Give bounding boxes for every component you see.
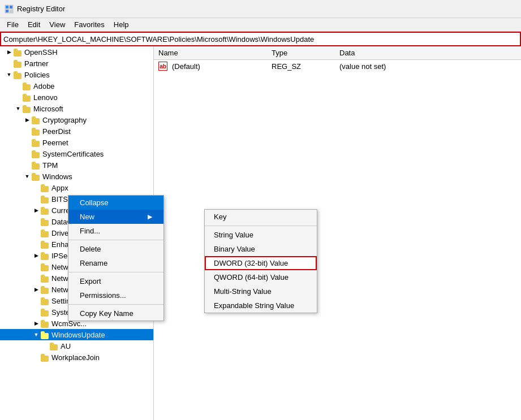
- menu-file[interactable]: File: [2, 19, 23, 30]
- tree-item-tpm[interactable]: ▶ TPM: [0, 159, 153, 171]
- expand-arrow[interactable]: ▼: [23, 172, 32, 181]
- expand-arrow[interactable]: ▼: [5, 70, 14, 79]
- tree-item-windows[interactable]: ▼ Windows: [0, 171, 153, 182]
- context-menu-find[interactable]: Find...: [68, 224, 163, 238]
- folder-icon: [41, 240, 50, 249]
- context-menu-new[interactable]: New ▶: [68, 210, 163, 224]
- menu-help[interactable]: Help: [109, 19, 134, 30]
- context-menu-rename-label: Rename: [80, 259, 107, 267]
- tree-item-workplacejoin[interactable]: ▶ WorkplaceJoin: [0, 352, 153, 363]
- submenu: Key String Value Binary Value DWORD (32-…: [204, 209, 317, 313]
- menu-view[interactable]: View: [45, 19, 70, 30]
- submenu-string-value[interactable]: String Value: [205, 228, 317, 242]
- folder-icon: [32, 138, 41, 147]
- col-header-type: Type: [272, 49, 339, 57]
- folder-icon: [14, 70, 23, 79]
- registry-row[interactable]: ab (Default) REG_SZ (value not set): [154, 60, 521, 72]
- submenu-string-value-label: String Value: [214, 231, 253, 239]
- folder-icon: [41, 274, 50, 283]
- tree-label: Adobe: [33, 82, 55, 90]
- submenu-binary-value[interactable]: Binary Value: [205, 242, 317, 256]
- folder-icon: [32, 161, 41, 170]
- submenu-multistring-value[interactable]: Multi-String Value: [205, 284, 317, 298]
- context-menu-delete[interactable]: Delete: [68, 242, 163, 256]
- context-menu-collapse[interactable]: Collapse: [68, 196, 163, 210]
- expand-arrow[interactable]: ▼: [32, 330, 41, 339]
- folder-icon: [32, 149, 41, 158]
- tree-item-lenovo[interactable]: ▶ Lenovo: [0, 92, 153, 103]
- submenu-key[interactable]: Key: [205, 210, 317, 224]
- tree-item-peernet[interactable]: ▶ Peernet: [0, 137, 153, 148]
- tree-label: Microsoft: [33, 105, 63, 113]
- folder-icon: [32, 127, 41, 136]
- tree-item-appx[interactable]: ▶ Appx: [0, 182, 153, 193]
- menu-edit[interactable]: Edit: [23, 19, 45, 30]
- folder-icon: [41, 206, 50, 215]
- tree-label: Appx: [51, 184, 68, 192]
- folder-icon: [41, 319, 50, 328]
- folder-icon: [23, 81, 32, 90]
- expand-arrow[interactable]: ▶: [32, 251, 41, 260]
- submenu-dword-value[interactable]: DWORD (32-bit) Value: [205, 256, 317, 270]
- tree-item-systemcerts[interactable]: ▶ SystemCertificates: [0, 148, 153, 159]
- context-menu-permissions[interactable]: Permissions...: [68, 288, 163, 302]
- submenu-qword-value[interactable]: QWORD (64-bit) Value: [205, 270, 317, 284]
- reg-cell-name: ab (Default): [158, 62, 272, 71]
- expand-arrow[interactable]: ▼: [14, 104, 23, 113]
- title-bar: Registry Editor: [0, 0, 521, 18]
- column-headers: Name Type Data: [154, 46, 521, 60]
- tree-item-policies[interactable]: ▼ Policies: [0, 69, 153, 80]
- tree-label: WindowsUpdate: [51, 331, 105, 339]
- tree-label: Windows: [42, 172, 72, 181]
- expand-arrow[interactable]: ▶: [5, 47, 14, 57]
- folder-icon: [41, 285, 50, 294]
- tree-item-cryptography[interactable]: ▶ Cryptography: [0, 114, 153, 125]
- tree-item-microsoft[interactable]: ▼ Microsoft: [0, 103, 153, 114]
- tree-label: BITS: [51, 195, 68, 203]
- address-bar-path[interactable]: Computer\HKEY_LOCAL_MACHINE\SOFTWARE\Pol…: [3, 35, 314, 44]
- context-menu-export-label: Export: [80, 277, 101, 285]
- submenu-dword-value-label: DWORD (32-bit) Value: [214, 259, 288, 267]
- folder-icon: [14, 47, 23, 57]
- expand-arrow[interactable]: ▶: [23, 115, 32, 124]
- tree-label: Peernet: [42, 138, 68, 147]
- tree-label: SystemCertificates: [42, 150, 104, 158]
- expand-arrow[interactable]: ▶: [32, 285, 41, 294]
- tree-item-windowsupdate[interactable]: ▼ WindowsUpdate: [0, 329, 153, 340]
- folder-icon: [23, 104, 32, 113]
- context-menu-find-label: Find...: [80, 227, 100, 235]
- expand-arrow[interactable]: ▶: [32, 319, 41, 328]
- submenu-expandable-value[interactable]: Expandable String Value: [205, 298, 317, 313]
- tree-label: Partner: [24, 59, 49, 68]
- context-menu-copykeyname[interactable]: Copy Key Name: [68, 306, 163, 321]
- menu-favorites[interactable]: Favorites: [70, 19, 109, 30]
- folder-icon: [14, 59, 23, 68]
- folder-icon: [41, 262, 50, 271]
- context-menu-copykeyname-label: Copy Key Name: [80, 309, 134, 318]
- expand-arrow[interactable]: ▶: [32, 206, 41, 215]
- tree-label: AU: [61, 342, 71, 350]
- submenu-arrow-icon: ▶: [148, 213, 152, 220]
- submenu-multistring-value-label: Multi-String Value: [214, 287, 272, 296]
- context-menu-export[interactable]: Export: [68, 274, 163, 288]
- tree-item-adobe[interactable]: ▶ Adobe: [0, 80, 153, 92]
- registry-editor-icon: [5, 5, 14, 14]
- tree-item-peerdist[interactable]: ▶ PeerDist: [0, 125, 153, 137]
- tree-label: Cryptography: [42, 116, 87, 124]
- context-menu-new-label: New: [80, 213, 94, 221]
- svg-rect-3: [6, 10, 8, 12]
- folder-icon: [41, 183, 50, 192]
- tree-item-au[interactable]: ▶ AU: [0, 340, 153, 352]
- tree-label: Policies: [24, 71, 50, 79]
- svg-rect-2: [10, 6, 12, 8]
- tree-item-openssh[interactable]: ▶ OpenSSH: [0, 46, 153, 58]
- context-menu-rename[interactable]: Rename: [68, 256, 163, 270]
- submenu-qword-value-label: QWORD (64-bit) Value: [214, 273, 289, 282]
- folder-icon: [41, 217, 50, 226]
- context-menu-collapse-label: Collapse: [80, 198, 109, 207]
- svg-rect-4: [10, 10, 12, 12]
- svg-rect-1: [6, 6, 8, 8]
- tree-item-partner[interactable]: ▶ Partner: [0, 58, 153, 69]
- col-header-data: Data: [339, 49, 453, 57]
- context-menu-permissions-label: Permissions...: [80, 291, 126, 300]
